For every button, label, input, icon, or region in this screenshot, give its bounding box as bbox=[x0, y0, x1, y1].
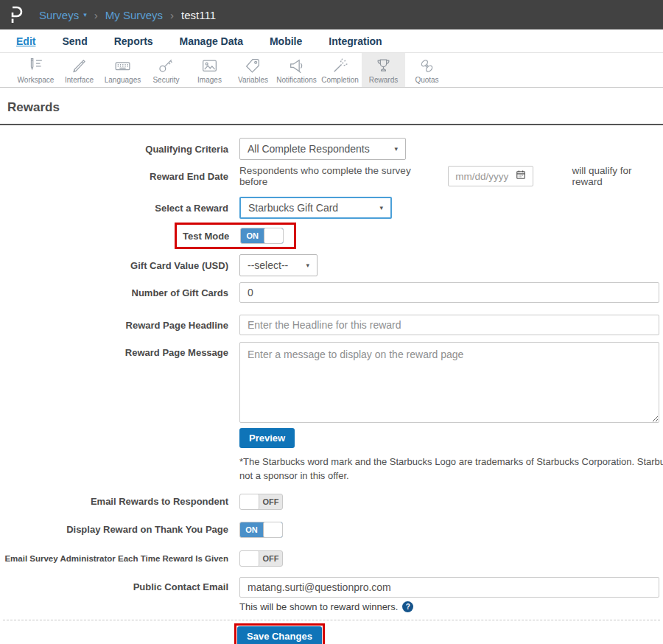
breadcrumb-separator-icon: › bbox=[94, 9, 98, 21]
breadcrumb-survey-name: test111 bbox=[181, 9, 216, 21]
email-admin-toggle[interactable]: OFF bbox=[239, 550, 283, 567]
keyboard-icon bbox=[113, 57, 132, 75]
reward-end-date-input[interactable]: mm/dd/yyyy bbox=[448, 166, 533, 186]
topbar: Surveys ▾ › My Surveys › test111 bbox=[0, 0, 663, 29]
email-admin-label: Email Survey Administrator Each Time Rew… bbox=[0, 554, 228, 563]
reward-end-date-label: Reward End Date bbox=[0, 171, 228, 182]
toolbar-item-security[interactable]: Security bbox=[144, 53, 188, 87]
gift-card-value-label: Gift Card Value (USD) bbox=[0, 260, 228, 271]
preview-button[interactable]: Preview bbox=[239, 428, 295, 448]
email-rewards-label: Email Rewards to Respondent bbox=[0, 496, 228, 507]
qualifying-criteria-value: All Complete Respondents bbox=[248, 143, 370, 155]
public-email-row: Public Contact Email bbox=[0, 577, 663, 598]
toggle-state-label: ON bbox=[241, 228, 264, 243]
tab-reports[interactable]: Reports bbox=[114, 35, 153, 47]
megaphone-icon bbox=[287, 57, 306, 75]
tab-manage-data[interactable]: Manage Data bbox=[180, 35, 243, 47]
message-textarea[interactable] bbox=[239, 342, 659, 423]
display-reward-row: Display Reward on Thank You Page ON bbox=[0, 522, 663, 538]
headline-label: Reward Page Headline bbox=[0, 320, 228, 331]
edit-sections-toolbar: Workspace Interface Languages Security bbox=[0, 53, 663, 88]
tab-mobile[interactable]: Mobile bbox=[270, 35, 302, 47]
picture-icon bbox=[200, 57, 219, 75]
pencil-notes-icon bbox=[27, 57, 45, 75]
num-gift-cards-row: Number of Gift Cards bbox=[0, 282, 663, 303]
breadcrumb-separator-icon: › bbox=[170, 9, 174, 21]
toolbar-item-images[interactable]: Images bbox=[188, 53, 231, 87]
select-reward-label: Select a Reward bbox=[0, 203, 228, 214]
preview-row: Preview bbox=[0, 428, 663, 448]
public-email-helper: This will be shown to reward winners. ? bbox=[239, 601, 663, 612]
gift-card-value-select[interactable]: --select-- ▾ bbox=[239, 254, 318, 276]
public-email-helper-text: This will be shown to reward winners. bbox=[239, 601, 398, 612]
message-label: Reward Page Message bbox=[0, 342, 228, 358]
headline-row: Reward Page Headline bbox=[0, 315, 663, 335]
trophy-icon bbox=[374, 57, 393, 75]
tab-integration[interactable]: Integration bbox=[329, 35, 382, 47]
test-mode-row: Test Mode ON bbox=[0, 223, 663, 249]
toggle-knob bbox=[240, 551, 259, 566]
email-rewards-toggle[interactable]: OFF bbox=[239, 494, 283, 510]
tab-edit[interactable]: Edit bbox=[16, 35, 35, 47]
public-email-label: Public Contact Email bbox=[0, 581, 228, 592]
toolbar-item-interface[interactable]: Interface bbox=[57, 53, 101, 87]
test-mode-toggle[interactable]: ON bbox=[240, 228, 284, 244]
display-reward-toggle[interactable]: ON bbox=[239, 522, 283, 538]
key-icon bbox=[157, 57, 175, 75]
test-mode-label: Test Mode bbox=[183, 231, 229, 242]
test-mode-annotation-box: Test Mode ON bbox=[175, 223, 296, 249]
reward-end-date-row: Reward End Date Respondents who complete… bbox=[0, 165, 663, 187]
chevron-down-icon: ▾ bbox=[394, 145, 398, 153]
reward-end-date-prefix: Respondents who complete the survey befo… bbox=[239, 165, 438, 187]
dashed-divider bbox=[3, 620, 660, 620]
display-reward-label: Display Reward on Thank You Page bbox=[0, 524, 228, 535]
date-placeholder: mm/dd/yyyy bbox=[455, 171, 508, 182]
headline-input[interactable] bbox=[239, 315, 659, 335]
toolbar-item-variables[interactable]: Variables bbox=[231, 53, 275, 87]
page-title: Rewards bbox=[7, 100, 663, 115]
qualifying-criteria-row: Qualifying Criteria All Complete Respond… bbox=[0, 138, 663, 160]
calendar-icon bbox=[516, 169, 526, 183]
toolbar-item-workspace[interactable]: Workspace bbox=[14, 53, 57, 87]
qualifying-criteria-select[interactable]: All Complete Respondents ▾ bbox=[239, 138, 406, 160]
main-nav-tabs: Edit Send Reports Manage Data Mobile Int… bbox=[0, 29, 663, 53]
toggle-knob bbox=[263, 522, 282, 537]
chain-links-icon bbox=[418, 57, 436, 75]
toolbar-item-languages[interactable]: Languages bbox=[101, 53, 144, 87]
save-annotation-box: Save Changes bbox=[234, 623, 325, 644]
magic-wand-icon bbox=[331, 57, 349, 75]
chevron-down-icon: ▾ bbox=[379, 204, 383, 211]
toolbar-item-completion[interactable]: Completion bbox=[318, 53, 362, 87]
toolbar-item-quotas[interactable]: Quotas bbox=[405, 53, 449, 87]
select-reward-select[interactable]: Starbucks Gift Card ▾ bbox=[239, 197, 392, 219]
select-reward-value: Starbucks Gift Card bbox=[248, 202, 338, 214]
starbucks-disclaimer: *The Starbucks word mark and the Starbuc… bbox=[239, 455, 663, 483]
chevron-down-icon: ▾ bbox=[83, 11, 87, 18]
pen-icon bbox=[70, 57, 88, 75]
rewards-form: Qualifying Criteria All Complete Respond… bbox=[0, 125, 663, 644]
toolbar-item-notifications[interactable]: Notifications bbox=[275, 53, 318, 87]
toggle-knob bbox=[264, 228, 283, 243]
chevron-down-icon: ▾ bbox=[306, 262, 309, 269]
questionpro-logo-icon[interactable] bbox=[9, 6, 23, 24]
toggle-state-label: OFF bbox=[259, 551, 282, 566]
select-reward-row: Select a Reward Starbucks Gift Card ▾ bbox=[0, 197, 663, 219]
gift-card-value-value: --select-- bbox=[248, 259, 288, 271]
toggle-knob bbox=[240, 494, 259, 509]
public-email-input[interactable] bbox=[239, 577, 659, 598]
tag-icon bbox=[244, 57, 262, 75]
save-changes-button[interactable]: Save Changes bbox=[237, 626, 322, 644]
qualifying-criteria-label: Qualifying Criteria bbox=[0, 144, 228, 155]
toggle-state-label: ON bbox=[240, 522, 263, 537]
breadcrumb-my-surveys[interactable]: My Surveys bbox=[105, 9, 163, 21]
tab-send[interactable]: Send bbox=[62, 35, 87, 47]
help-icon[interactable]: ? bbox=[402, 601, 413, 612]
email-rewards-row: Email Rewards to Respondent OFF bbox=[0, 494, 663, 510]
breadcrumb-surveys[interactable]: Surveys ▾ bbox=[39, 9, 87, 21]
num-gift-cards-input[interactable] bbox=[239, 282, 659, 303]
num-gift-cards-label: Number of Gift Cards bbox=[0, 287, 228, 298]
message-row: Reward Page Message bbox=[0, 342, 663, 423]
reward-end-date-suffix: will qualify for reward bbox=[572, 165, 663, 187]
breadcrumb-surveys-label: Surveys bbox=[39, 9, 79, 21]
toolbar-item-rewards[interactable]: Rewards bbox=[362, 53, 405, 87]
